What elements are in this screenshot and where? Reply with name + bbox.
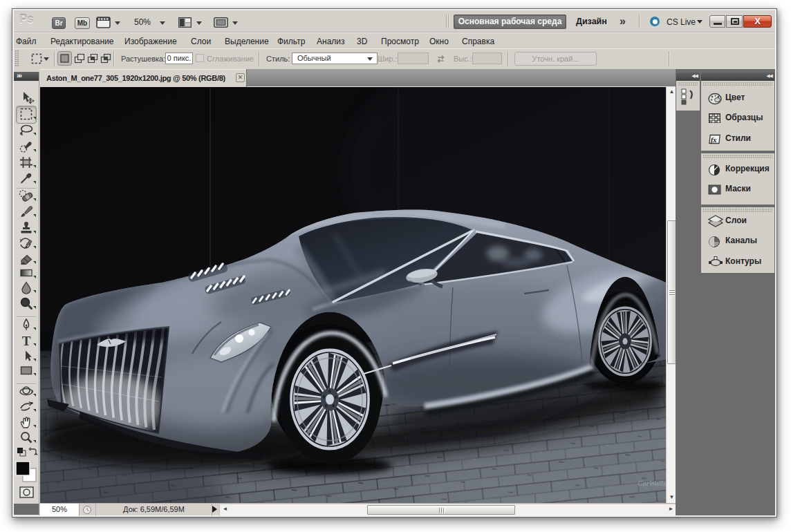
svg-text:CarWalls: CarWalls: [638, 479, 666, 487]
svg-text:T: T: [22, 334, 31, 348]
svg-text:fx: fx: [711, 136, 716, 144]
